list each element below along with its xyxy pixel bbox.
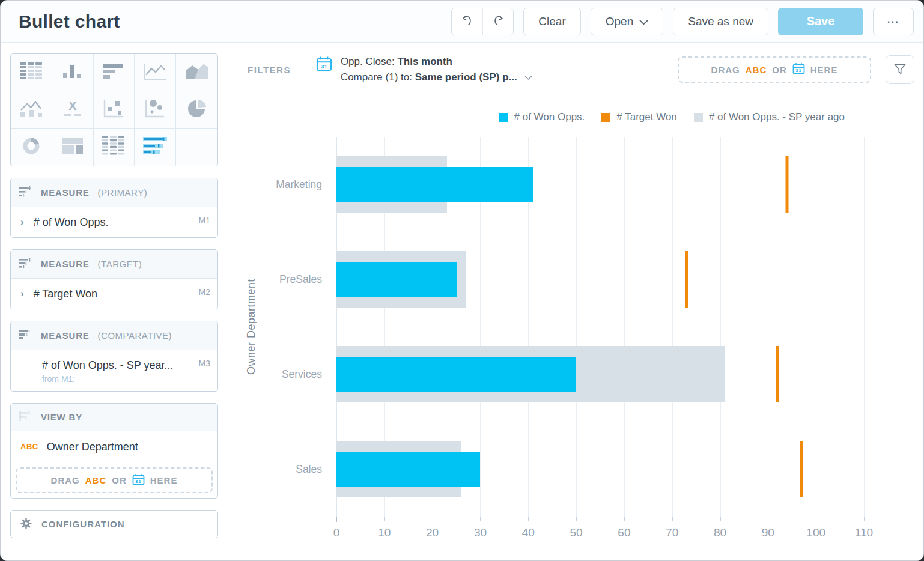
chart-type-area-chart[interactable] <box>176 54 217 91</box>
measure-comparative-row[interactable]: # of Won Opps. - SP year... M3 from M1; <box>11 350 217 391</box>
primary-bar[interactable] <box>336 262 457 297</box>
clear-button[interactable]: Clear <box>523 8 580 35</box>
chevron-down-icon <box>524 71 532 83</box>
primary-bar[interactable] <box>336 452 480 487</box>
x-tick-label: 110 <box>855 526 873 539</box>
legend-item[interactable]: # Target Won <box>601 111 677 123</box>
date-filter-chip[interactable]: 31 Opp. Close: This month Compare (1) to… <box>316 54 533 85</box>
category-label: PreSales <box>263 232 336 327</box>
bullet-measure-target-icon <box>19 258 32 271</box>
chart-type-dashboard-layout[interactable] <box>52 129 94 166</box>
measure-primary-badge: M1 <box>199 215 210 226</box>
chart-type-donut-chart[interactable] <box>11 129 52 166</box>
measure-comparative-source: from M1; <box>42 374 210 384</box>
target-tick[interactable] <box>800 441 803 498</box>
chart-type-line-chart[interactable] <box>135 54 176 91</box>
view-by-panel: VIEW BY ABC Owner Department DRAG ABC OR… <box>10 403 218 499</box>
measure-target-value: # Target Won <box>34 287 97 301</box>
chart-type-data-table[interactable] <box>11 54 52 91</box>
undo-icon <box>460 13 475 29</box>
bullet-measure-primary-icon <box>19 186 32 199</box>
filter-funnel-button[interactable] <box>886 55 914 84</box>
target-tick[interactable] <box>776 346 779 403</box>
legend-swatch <box>601 113 610 122</box>
chart-type-scatter-plot[interactable] <box>94 91 135 129</box>
measure-comparative-subtitle: (COMPARATIVE) <box>98 330 172 341</box>
filters-label: FILTERS <box>248 65 291 75</box>
chart-type-column-chart[interactable] <box>52 54 94 91</box>
legend-swatch <box>499 113 508 122</box>
primary-bar[interactable] <box>336 167 533 202</box>
gear-icon <box>19 517 33 532</box>
configuration-button[interactable]: CONFIGURATION <box>10 510 218 538</box>
chart-type-crosstab[interactable]: X <box>52 91 94 129</box>
expand-chevron-icon[interactable]: › <box>20 215 24 229</box>
x-tick-mark <box>720 517 721 521</box>
data-table-icon <box>20 62 43 83</box>
x-tick-label: 90 <box>762 526 774 539</box>
target-tick[interactable] <box>786 156 789 213</box>
category-axis: MarketingPreSalesServicesSales <box>263 137 336 543</box>
measure-primary-subtitle: (PRIMARY) <box>98 187 148 198</box>
legend-item[interactable]: # of Won Opps. <box>499 111 585 123</box>
legend-label: # of Won Opps. - SP year ago <box>709 111 845 123</box>
redo-icon <box>491 13 505 29</box>
filter-line1-prefix: Opp. Close: <box>341 56 398 67</box>
chart-type-combo-chart[interactable] <box>11 91 52 129</box>
category-label: Sales <box>263 422 336 517</box>
filter-line1-value: This month <box>397 56 452 67</box>
expand-chevron-icon[interactable]: › <box>20 287 24 301</box>
drag-hint-here: HERE <box>150 475 178 485</box>
measure-comparative-badge: M3 <box>199 358 210 369</box>
chart-type-pivot-table[interactable] <box>94 129 135 166</box>
primary-bar[interactable] <box>336 357 576 392</box>
measure-target-badge: M2 <box>199 287 210 297</box>
abc-type-icon: ABC <box>85 475 107 485</box>
filters-drop-zone[interactable]: DRAG ABC OR 31 HERE <box>678 56 871 83</box>
legend-label: # Target Won <box>616 111 677 123</box>
view-by-dragwrap: DRAG ABC OR 31 HERE <box>11 462 217 498</box>
category-label: Marketing <box>263 137 336 232</box>
save-as-new-button[interactable]: Save as new <box>673 8 768 35</box>
measure-primary-row[interactable]: › # of Won Opps. M1 <box>11 207 217 237</box>
chart-type-bar-chart[interactable] <box>94 54 135 91</box>
calendar-icon: 31 <box>792 62 805 77</box>
svg-text:31: 31 <box>795 68 801 73</box>
more-options-button[interactable]: ⋯ <box>873 8 914 35</box>
area-chart-icon <box>185 62 209 83</box>
save-button[interactable]: Save <box>778 8 863 35</box>
target-tick[interactable] <box>685 251 688 308</box>
chart-type-bullet-chart[interactable] <box>135 129 176 166</box>
combo-chart-icon <box>19 99 43 121</box>
donut-chart-icon <box>22 136 41 158</box>
view-by-drop-zone[interactable]: DRAG ABC OR 31 HERE <box>16 467 213 493</box>
plot-body: 0102030405060708090100110 <box>336 137 914 543</box>
open-button[interactable]: Open <box>591 8 663 35</box>
scatter-plot-icon <box>103 99 124 121</box>
x-tick-label: 20 <box>426 526 439 539</box>
page-title: Bullet chart <box>19 11 120 32</box>
x-tick-mark <box>768 517 768 521</box>
chart-type-bubble-chart[interactable] <box>135 91 176 129</box>
view-by-field-row[interactable]: ABC Owner Department <box>11 431 217 462</box>
calendar-icon: 31 <box>132 473 145 488</box>
drag-hint-or: OR <box>772 65 787 75</box>
chart-type-pie-chart[interactable] <box>176 91 217 129</box>
bullet-row-presales <box>336 232 864 327</box>
dashboard-layout-icon <box>62 136 84 158</box>
legend-item[interactable]: # of Won Opps. - SP year ago <box>694 111 845 123</box>
measure-comparative-value: # of Won Opps. - SP year... <box>42 358 173 372</box>
undo-button[interactable] <box>452 8 482 35</box>
pie-chart-icon <box>187 99 207 121</box>
crosstab-icon: X <box>62 99 83 121</box>
filter-line2-value: Same period (SP) p... <box>415 71 517 83</box>
measure-primary-title: MEASURE <box>41 187 90 198</box>
chart-type-grid: X <box>10 53 218 166</box>
drag-hint-or: OR <box>112 475 127 485</box>
x-tick-label: 70 <box>666 526 678 539</box>
x-tick-mark <box>433 517 433 521</box>
redo-button[interactable] <box>482 8 513 35</box>
measure-comparative-title: MEASURE <box>41 330 90 341</box>
measure-target-row[interactable]: › # Target Won M2 <box>11 279 217 309</box>
measure-target-title: MEASURE <box>41 259 90 269</box>
